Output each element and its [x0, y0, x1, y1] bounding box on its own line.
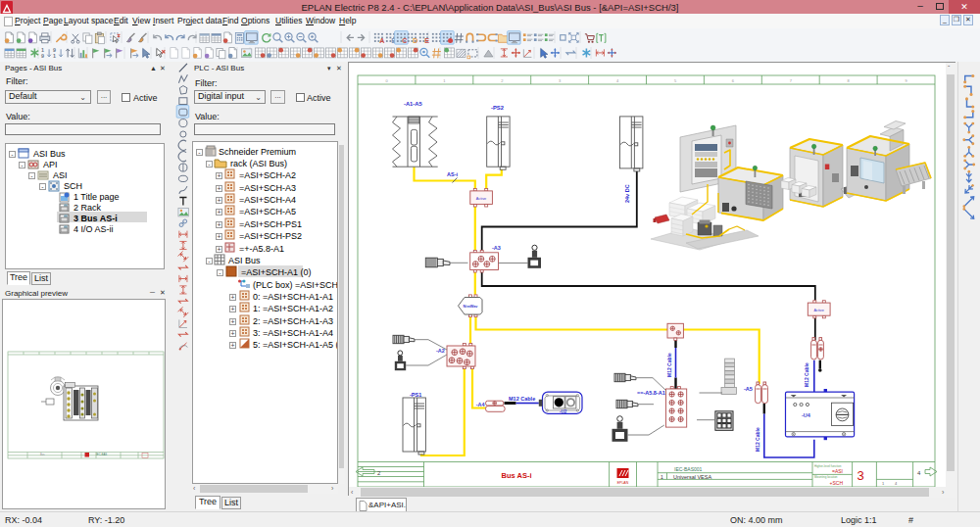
svg-text:24v DC: 24v DC [624, 184, 630, 203]
svg-text:3: 3 [857, 468, 863, 483]
svg-text:4: 4 [616, 78, 619, 83]
svg-text:Bus: Bus [40, 453, 45, 456]
svg-text:1: 1 [661, 474, 663, 480]
svg-text:3: 3 [559, 78, 562, 83]
svg-text:NimWav: NimWav [464, 305, 479, 309]
svg-text:-PS2: -PS2 [491, 105, 504, 111]
svg-text:D: D [413, 36, 417, 45]
svg-text:7: 7 [790, 78, 793, 83]
svg-text:Bus AS-i: Bus AS-i [502, 471, 532, 480]
svg-text:Active: Active [476, 197, 486, 201]
svg-text:1: 1 [882, 481, 885, 486]
svg-text:91: 91 [53, 47, 56, 58]
svg-text:E: E [424, 36, 429, 45]
svg-text:M12 Cable: M12 Cable [755, 427, 760, 452]
svg-text:-A4: -A4 [476, 402, 486, 407]
svg-text:6: 6 [732, 78, 735, 83]
svg-text:IEC-BAS001: IEC-BAS001 [674, 466, 703, 472]
svg-text:8: 8 [848, 78, 851, 83]
svg-text:C: C [402, 36, 407, 45]
svg-text:2: 2 [377, 470, 381, 476]
svg-text:-U2: -U2 [560, 409, 567, 414]
svg-text:AS-i: AS-i [447, 171, 458, 177]
svg-text:==-A5.8-A1: ==-A5.8-A1 [637, 390, 665, 396]
svg-text:M12 Cable: M12 Cable [509, 396, 535, 402]
svg-text:5: 5 [674, 78, 677, 83]
svg-text:0: 0 [385, 78, 388, 83]
svg-text:IEC-BAS: IEC-BAS [96, 453, 107, 456]
svg-text:+SCH: +SCH [830, 480, 844, 486]
svg-text:4: 4 [917, 470, 921, 476]
svg-text:2: 2 [501, 78, 504, 83]
svg-text:M12 Cable: M12 Cable [804, 362, 809, 387]
svg-text:-A1-A5: -A1-A5 [404, 101, 422, 107]
svg-text:1: 1 [443, 78, 446, 83]
svg-text:Active: Active [814, 309, 824, 312]
svg-text:-A3: -A3 [492, 245, 501, 251]
svg-text:-PS1: -PS1 [410, 392, 421, 398]
svg-text:4: 4 [895, 481, 898, 486]
svg-text:=ASI: =ASI [832, 468, 843, 474]
svg-text:Mounting location: Mounting location [814, 475, 838, 479]
svg-text:9: 9 [905, 78, 907, 83]
svg-text:-A5: -A5 [744, 386, 753, 392]
svg-text:M12 Cable: M12 Cable [666, 353, 672, 377]
svg-text:19: 19 [41, 47, 44, 58]
svg-text:A: A [379, 36, 384, 45]
svg-text:-U4: -U4 [802, 412, 811, 418]
svg-text:Universal VESA: Universal VESA [673, 474, 711, 480]
svg-text:EPLAN: EPLAN [617, 481, 629, 485]
